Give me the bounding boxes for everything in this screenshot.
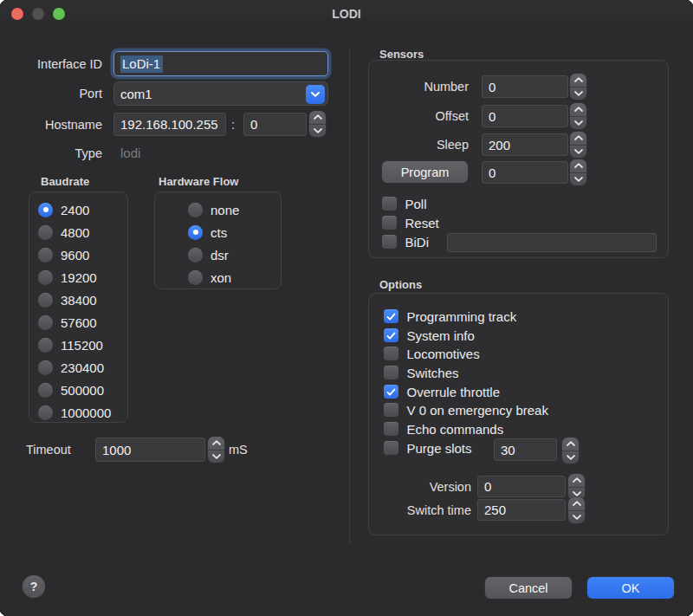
sensors-number-stepper[interactable] [570, 74, 586, 100]
hostname-port-field[interactable] [243, 113, 307, 136]
radio-icon[interactable] [38, 383, 53, 398]
stepper-down-button[interactable] [562, 451, 579, 464]
hostname-field[interactable] [113, 113, 226, 136]
radio-icon[interactable] [38, 225, 53, 240]
chevron-up-icon [574, 107, 583, 112]
timeout-stepper[interactable] [208, 437, 224, 463]
radio-icon[interactable] [188, 225, 203, 240]
stepper-up-button[interactable] [568, 474, 585, 488]
reset-checkbox-row[interactable]: Reset [382, 215, 439, 230]
baudrate-option[interactable]: 1000000 [38, 401, 127, 424]
stepper-down-button[interactable] [570, 173, 586, 186]
purge-slots-field[interactable] [494, 438, 557, 461]
baudrate-option[interactable]: 19200 [38, 266, 127, 289]
version-field[interactable] [477, 476, 566, 497]
baudrate-option[interactable]: 2400 [38, 198, 127, 221]
program-button[interactable]: Program [382, 161, 468, 183]
title-bar[interactable]: LODI [0, 0, 693, 28]
switch-time-stepper[interactable] [568, 497, 585, 523]
baudrate-option[interactable]: 230400 [38, 356, 127, 379]
radio-icon[interactable] [38, 315, 53, 330]
option-row[interactable]: Locomotives [384, 346, 480, 361]
cancel-button[interactable]: Cancel [485, 577, 572, 599]
radio-icon[interactable] [38, 203, 53, 217]
option-row[interactable]: Overrule throttle [384, 384, 500, 399]
switch-time-field[interactable] [477, 499, 566, 521]
radio-icon[interactable] [38, 248, 53, 263]
stepper-down-button[interactable] [570, 88, 586, 101]
checkbox-icon[interactable] [382, 197, 397, 211]
option-row[interactable]: Programming track [384, 308, 516, 324]
stepper-up-button[interactable] [208, 437, 224, 451]
sensors-offset-stepper[interactable] [570, 103, 586, 129]
radio-icon[interactable] [38, 293, 53, 308]
radio-icon[interactable] [188, 270, 203, 285]
checkbox-icon[interactable] [384, 309, 398, 324]
radio-icon[interactable] [38, 360, 53, 375]
sensors-program-field[interactable] [482, 161, 568, 184]
sensors-sleep-stepper[interactable] [570, 132, 586, 158]
chevron-down-icon [574, 149, 583, 154]
stepper-up-button[interactable] [570, 103, 586, 117]
radio-icon[interactable] [38, 405, 53, 420]
stepper-up-button[interactable] [568, 497, 585, 511]
checkbox-icon[interactable] [384, 347, 398, 361]
option-row[interactable]: V 0 on emergency break [384, 402, 548, 418]
baudrate-option[interactable]: 9600 [38, 243, 127, 266]
hardware-flow-option[interactable]: none [188, 198, 281, 221]
radio-icon[interactable] [188, 203, 203, 217]
stepper-up-button[interactable] [570, 159, 586, 173]
port-dropdown-button[interactable] [306, 85, 325, 104]
purge-slots-stepper[interactable] [562, 438, 579, 464]
interface-id-field[interactable]: LoDi-1 [113, 51, 328, 76]
stepper-down-button[interactable] [208, 451, 224, 464]
radio-icon[interactable] [188, 248, 203, 263]
baudrate-option[interactable]: 57600 [38, 311, 127, 334]
version-stepper[interactable] [568, 474, 585, 500]
sensors-sleep-field[interactable] [482, 133, 568, 156]
stepper-down-button[interactable] [568, 511, 585, 524]
option-row[interactable]: Switches [384, 365, 459, 380]
baudrate-option[interactable]: 115200 [38, 334, 127, 356]
stepper-up-button[interactable] [562, 438, 579, 451]
bidi-field[interactable] [447, 233, 657, 252]
radio-icon[interactable] [38, 338, 53, 353]
baudrate-option[interactable]: 38400 [38, 289, 127, 311]
option-row[interactable]: System info [384, 327, 475, 343]
checkbox-icon[interactable] [384, 366, 398, 380]
stepper-up-button[interactable] [570, 132, 586, 146]
stepper-up-button[interactable] [570, 74, 586, 88]
hardware-flow-option[interactable]: xon [188, 266, 281, 289]
port-combobox[interactable]: com1 [113, 81, 328, 106]
checkbox-icon[interactable] [384, 403, 398, 418]
radio-icon[interactable] [38, 270, 53, 285]
stepper-down-button[interactable] [570, 146, 586, 159]
ok-button[interactable]: OK [587, 577, 674, 599]
stepper-up-button[interactable] [309, 111, 326, 125]
sensors-offset-field[interactable] [482, 105, 568, 127]
help-button[interactable]: ? [23, 575, 45, 598]
checkbox-icon[interactable] [384, 441, 398, 456]
option-row[interactable]: Echo commands [384, 421, 503, 437]
checkbox-icon[interactable] [382, 235, 397, 250]
timeout-field[interactable] [95, 438, 205, 462]
stepper-down-button[interactable] [570, 117, 586, 130]
bidi-checkbox-row[interactable]: BiDi [382, 234, 429, 250]
stepper-down-button[interactable] [309, 125, 326, 138]
baudrate-option[interactable]: 500000 [38, 379, 127, 401]
option-row[interactable]: Purge slots [384, 440, 472, 456]
hostname-label: Hostname [12, 113, 102, 136]
hardware-flow-option[interactable]: cts [188, 221, 281, 243]
checkbox-icon[interactable] [382, 216, 397, 230]
type-field[interactable] [113, 141, 328, 165]
poll-checkbox-row[interactable]: Poll [382, 196, 427, 211]
checkbox-icon[interactable] [384, 328, 398, 343]
checkbox-icon[interactable] [384, 385, 398, 399]
checkbox-icon[interactable] [384, 422, 398, 437]
hostname-port-stepper[interactable] [309, 111, 326, 137]
sensors-program-stepper[interactable] [570, 159, 586, 185]
timeout-unit: mS [229, 438, 263, 462]
hardware-flow-option[interactable]: dsr [188, 243, 281, 266]
sensors-number-field[interactable] [482, 75, 568, 98]
baudrate-option[interactable]: 4800 [38, 221, 127, 243]
